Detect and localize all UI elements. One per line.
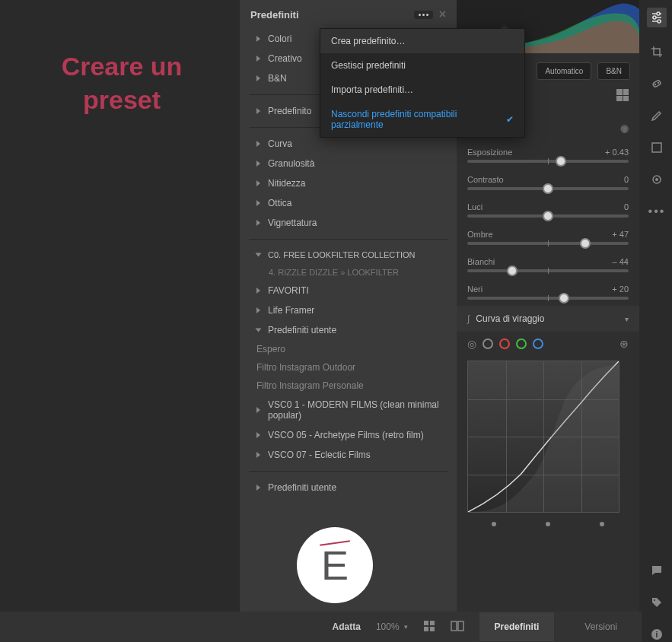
slider-track[interactable] xyxy=(467,242,629,245)
compare-icon[interactable] xyxy=(451,620,464,634)
panel-header: Predefiniti × xyxy=(240,0,457,29)
info-icon[interactable]: i xyxy=(649,627,664,642)
fit-label[interactable]: Adatta xyxy=(333,621,361,632)
zoom-value[interactable]: 100% xyxy=(376,621,400,632)
svg-point-7 xyxy=(655,84,656,85)
more-options-button[interactable] xyxy=(414,11,433,19)
svg-rect-16 xyxy=(430,621,435,625)
logo-badge: E xyxy=(297,527,373,603)
bn-button[interactable]: B&N xyxy=(597,62,630,80)
slider-knob[interactable] xyxy=(556,156,566,167)
chevron-right-icon xyxy=(256,307,260,313)
channel-row: ◎ ⊛ xyxy=(457,332,639,356)
svg-point-11 xyxy=(655,178,658,181)
slider-track[interactable] xyxy=(467,187,629,190)
right-tool-rail: ••• i xyxy=(642,0,672,642)
preset-item[interactable]: Filtro Instagram Personale xyxy=(240,377,457,395)
more-icon[interactable]: ••• xyxy=(649,204,664,219)
menu-create-preset[interactable]: Crea predefinito… xyxy=(320,29,524,53)
panel-title: Predefiniti xyxy=(250,9,299,21)
slider-track[interactable] xyxy=(467,269,629,272)
slider-value: – 44 xyxy=(613,257,629,266)
menu-manage-presets[interactable]: Gestisci predefiniti xyxy=(320,53,524,78)
preset-label: B&N xyxy=(268,73,287,84)
chevron-down-icon: ▾ xyxy=(625,315,629,323)
brush-icon[interactable] xyxy=(649,108,664,123)
healing-icon[interactable] xyxy=(649,76,664,91)
svg-rect-20 xyxy=(458,621,463,631)
chevron-down-icon[interactable]: ▾ xyxy=(404,623,408,631)
slider-name: Bianchi xyxy=(467,257,495,266)
preset-item[interactable]: Espero xyxy=(240,340,457,358)
close-icon[interactable]: × xyxy=(439,8,446,21)
chevron-right-icon xyxy=(256,180,260,186)
slider-track[interactable] xyxy=(467,297,629,300)
collection-label: C0. FREE LOOKFILTER COLLECTION xyxy=(268,250,416,259)
preset-label: VSCO 07 - Eclectic Films xyxy=(268,450,371,460)
edit-sliders-icon[interactable] xyxy=(647,8,667,27)
tone-curve-editor[interactable] xyxy=(467,361,619,513)
channel-selector[interactable] xyxy=(516,338,527,349)
slider-knob[interactable] xyxy=(543,183,553,194)
preset-group[interactable]: Granulosità xyxy=(240,154,457,173)
radial-gradient-icon[interactable] xyxy=(649,172,664,187)
slider-neri[interactable]: Neri+ 20 xyxy=(457,278,639,306)
preset-group[interactable]: Ottica xyxy=(240,193,457,213)
channel-selector[interactable] xyxy=(499,338,510,349)
slider-esposizione[interactable]: Esposizione+ 0.43 xyxy=(457,141,639,169)
parametric-icon[interactable]: ◎ xyxy=(467,338,476,350)
slider-contrasto[interactable]: Contrasto0 xyxy=(457,169,639,196)
auto-button[interactable]: Automatico xyxy=(537,62,591,80)
linear-gradient-icon[interactable] xyxy=(649,140,664,155)
slider-bianchi[interactable]: Bianchi– 44 xyxy=(457,251,639,278)
slider-knob[interactable] xyxy=(507,265,518,276)
menu-import-presets[interactable]: Importa predefiniti… xyxy=(320,78,524,102)
chevron-right-icon xyxy=(256,108,260,114)
preset-group-user-bottom[interactable]: Predefiniti utente xyxy=(240,478,457,497)
crop-icon[interactable] xyxy=(649,44,664,59)
curve-point[interactable] xyxy=(492,522,496,526)
eye-icon[interactable]: ◉ xyxy=(620,122,629,134)
preset-group[interactable]: VSCO 07 - Eclectic Films xyxy=(240,445,457,465)
channel-selector[interactable] xyxy=(483,338,493,349)
tab-versions[interactable]: Versioni xyxy=(569,612,632,641)
reset-icon[interactable]: ⊛ xyxy=(619,338,629,350)
preset-item[interactable]: Filtro Instagram Outdoor xyxy=(240,358,457,377)
slider-ombre[interactable]: Ombre+ 47 xyxy=(457,224,639,251)
svg-rect-15 xyxy=(424,621,428,625)
collection-sub: 4. RIZZLE DIZZLE » LOOKFILTER xyxy=(240,264,457,281)
curve-point[interactable] xyxy=(600,522,604,526)
preset-group[interactable]: Vignettatura xyxy=(240,213,457,233)
curve-point[interactable] xyxy=(546,522,550,526)
svg-rect-6 xyxy=(652,80,661,87)
collection-header[interactable]: C0. FREE LOOKFILTER COLLECTION xyxy=(240,246,457,264)
chevron-right-icon xyxy=(256,75,260,81)
slider-name: Contrasto xyxy=(467,175,504,184)
preset-group[interactable]: FAVORITI xyxy=(240,281,457,300)
chevron-right-icon xyxy=(256,485,260,491)
channel-selector[interactable] xyxy=(533,338,543,349)
grid-view-icon[interactable] xyxy=(423,620,435,634)
grid-icon[interactable] xyxy=(616,89,629,101)
svg-rect-9 xyxy=(652,143,661,152)
chevron-down-icon xyxy=(256,329,262,332)
preset-group[interactable]: Life Framer xyxy=(240,300,457,320)
preset-group[interactable]: VSCO 05 - Archetype Films (retro film) xyxy=(240,425,457,445)
slider-luci[interactable]: Luci0 xyxy=(457,196,639,224)
preset-group[interactable]: VSC0 1 - MODERN FILMS (clean minimal pop… xyxy=(240,395,457,425)
slider-knob[interactable] xyxy=(543,211,553,221)
preset-group[interactable]: Predefiniti utente xyxy=(240,320,457,340)
svg-point-3 xyxy=(653,16,656,19)
slider-knob[interactable] xyxy=(580,238,591,249)
preset-group[interactable]: Nitidezza xyxy=(240,173,457,193)
tag-icon[interactable] xyxy=(649,595,664,610)
chevron-down-icon xyxy=(256,253,262,257)
comment-icon[interactable] xyxy=(649,563,664,578)
slider-track[interactable] xyxy=(467,215,629,218)
tone-curve-header[interactable]: ∫ Curva di viraggio ▾ xyxy=(457,306,639,332)
slider-knob[interactable] xyxy=(559,293,569,304)
tab-presets[interactable]: Predefiniti xyxy=(479,612,555,641)
slider-track[interactable] xyxy=(467,160,629,163)
menu-hide-partial[interactable]: Nascondi predefiniti compatibili parzial… xyxy=(320,102,524,137)
curve-region-markers[interactable] xyxy=(457,517,639,531)
